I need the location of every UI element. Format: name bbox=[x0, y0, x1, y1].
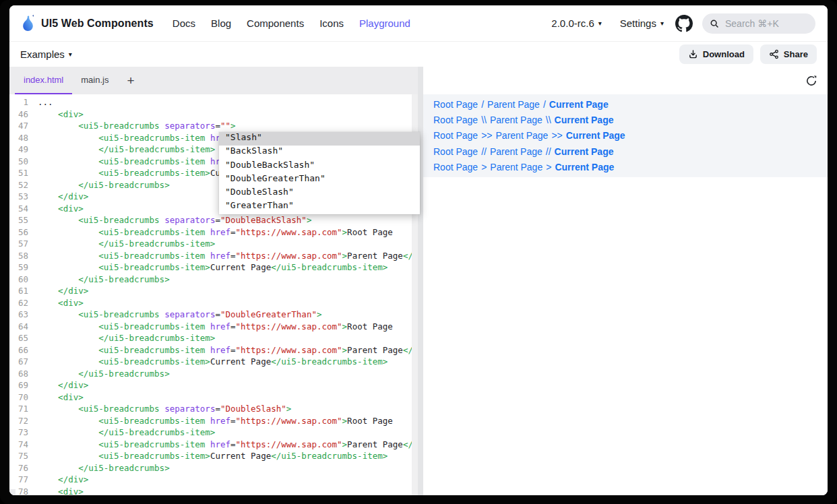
code-line[interactable]: 77 </div> bbox=[9, 474, 418, 486]
brand-title: UI5 Web Components bbox=[41, 18, 154, 30]
autocomplete-option[interactable]: "DoubleSlash" bbox=[219, 187, 420, 200]
line-number: 76 bbox=[9, 463, 28, 473]
line-number: 66 bbox=[9, 345, 28, 355]
preview-panel: Root Page/Parent Page/Current PageRoot P… bbox=[423, 67, 828, 495]
breadcrumb-row: Root Page>>Parent Page>>Current Page bbox=[433, 128, 821, 144]
code-line[interactable]: 61 </div> bbox=[9, 285, 418, 297]
nav-item-docs[interactable]: Docs bbox=[173, 18, 195, 29]
code-line[interactable]: 56 <ui5-breadcrumbs-item href="https://w… bbox=[9, 226, 418, 239]
line-number: 53 bbox=[9, 191, 28, 201]
tab-main-js[interactable]: main.js bbox=[72, 67, 117, 94]
version-label: 2.0.0-rc.6 bbox=[551, 18, 594, 29]
examples-label: Examples bbox=[20, 49, 65, 60]
code-line[interactable]: 73 </ui5-breadcrumbs-item> bbox=[9, 427, 418, 439]
line-number: 72 bbox=[9, 416, 28, 426]
version-dropdown[interactable]: 2.0.0-rc.6 ▾ bbox=[551, 18, 601, 29]
nav-item-components[interactable]: Components bbox=[247, 18, 304, 29]
code-line[interactable]: 1... bbox=[9, 96, 418, 108]
nav-item-icons[interactable]: Icons bbox=[319, 18, 344, 29]
brand-home-link[interactable]: UI5 Web Components bbox=[22, 15, 154, 32]
code-text: <ui5-breadcrumbs separators="DoubleSlash… bbox=[38, 404, 291, 414]
code-line[interactable]: 47 <ui5-breadcrumbs separators=""> bbox=[9, 120, 418, 132]
autocomplete-option[interactable]: "GreaterThan" bbox=[219, 200, 420, 214]
code-text: </ui5-breadcrumbs> bbox=[38, 369, 170, 379]
panel-splitter[interactable] bbox=[418, 67, 423, 495]
code-text: </div> bbox=[38, 191, 88, 201]
tab-label: main.js bbox=[81, 75, 108, 85]
code-line[interactable]: 64 <ui5-breadcrumbs-item href="https://w… bbox=[9, 321, 418, 333]
code-text: <div> bbox=[38, 109, 84, 119]
code-line[interactable]: 78 <div> bbox=[9, 486, 418, 496]
breadcrumb-link[interactable]: Parent Page bbox=[490, 115, 542, 125]
code-text: </ui5-breadcrumbs-item> bbox=[38, 333, 215, 343]
refresh-button[interactable] bbox=[805, 75, 817, 87]
code-text: <div> bbox=[38, 203, 84, 214]
code-text: <ui5-breadcrumbs-item href="https://www.… bbox=[38, 416, 393, 426]
code-line[interactable]: 76 </ui5-breadcrumbs> bbox=[9, 462, 418, 474]
breadcrumb-link[interactable]: Parent Page bbox=[490, 162, 542, 172]
nav-item-playground[interactable]: Playground bbox=[359, 18, 410, 29]
breadcrumb-link[interactable]: Parent Page bbox=[496, 130, 549, 141]
code-line[interactable]: 75 <ui5-breadcrumbs-item>Current Page</u… bbox=[9, 450, 418, 462]
breadcrumb-link[interactable]: Parent Page bbox=[487, 99, 540, 110]
nav-item-blog[interactable]: Blog bbox=[211, 18, 231, 29]
code-text: </ui5-breadcrumbs> bbox=[38, 180, 170, 190]
download-button[interactable]: Download bbox=[679, 44, 753, 64]
code-line[interactable]: 55 <ui5-breadcrumbs separators="DoubleBa… bbox=[9, 214, 418, 226]
tab-label: index.html bbox=[24, 75, 63, 85]
github-link[interactable] bbox=[675, 15, 693, 32]
breadcrumb-link[interactable]: Root Page bbox=[433, 130, 478, 141]
chevron-down-icon: ▾ bbox=[598, 20, 602, 27]
breadcrumb-link[interactable]: Root Page bbox=[433, 146, 478, 157]
breadcrumb-link[interactable]: Parent Page bbox=[490, 146, 542, 157]
code-line[interactable]: 46 <div> bbox=[9, 108, 418, 121]
examples-dropdown[interactable]: Examples ▾ bbox=[20, 49, 72, 60]
code-line[interactable]: 71 <ui5-breadcrumbs separators="DoubleSl… bbox=[9, 403, 418, 415]
breadcrumb-link[interactable]: Root Page bbox=[433, 162, 478, 172]
github-icon bbox=[675, 15, 693, 32]
autocomplete-list: "Slash""BackSlash""DoubleBackSlash""Doub… bbox=[219, 132, 420, 214]
preview-breadcrumbs: Root Page/Parent Page/Current PageRoot P… bbox=[423, 94, 828, 177]
plus-icon: + bbox=[127, 73, 134, 88]
code-line[interactable]: 68 </ui5-breadcrumbs> bbox=[9, 368, 418, 380]
code-text: <ui5-breadcrumbs-item>Current Page</ui5-… bbox=[38, 356, 388, 367]
code-line[interactable]: 59 <ui5-breadcrumbs-item>Current Page</u… bbox=[9, 261, 418, 274]
breadcrumb-row: Root Page//Parent Page//Current Page bbox=[433, 144, 821, 159]
chevron-down-icon: ▾ bbox=[660, 20, 664, 27]
code-line[interactable]: 57 </ui5-breadcrumbs-item> bbox=[9, 238, 418, 250]
tab-index-html[interactable]: index.html bbox=[15, 67, 72, 94]
code-text: </ui5-breadcrumbs-item> bbox=[38, 144, 215, 154]
refresh-icon bbox=[805, 75, 817, 87]
code-line[interactable]: 70 <div> bbox=[9, 391, 418, 404]
code-line[interactable]: 62 <div> bbox=[9, 297, 418, 309]
code-text: <div> bbox=[38, 298, 84, 308]
code-line[interactable]: 66 <ui5-breadcrumbs-item href="https://w… bbox=[9, 344, 418, 356]
code-line[interactable]: 63 <ui5-breadcrumbs separators="DoubleGr… bbox=[9, 309, 418, 321]
code-line[interactable]: 72 <ui5-breadcrumbs-item href="https://w… bbox=[9, 415, 418, 427]
breadcrumb-link[interactable]: Root Page bbox=[433, 115, 478, 125]
line-number: 62 bbox=[9, 298, 28, 308]
code-text: <div> bbox=[38, 486, 84, 495]
code-line[interactable]: 60 </ui5-breadcrumbs> bbox=[9, 274, 418, 286]
search-input[interactable] bbox=[724, 18, 803, 30]
share-button[interactable]: Share bbox=[760, 44, 817, 64]
code-line[interactable]: 67 <ui5-breadcrumbs-item>Current Page</u… bbox=[9, 356, 418, 368]
breadcrumb-link[interactable]: Root Page bbox=[433, 99, 478, 110]
add-tab-button[interactable]: + bbox=[120, 67, 141, 94]
autocomplete-option[interactable]: "DoubleBackSlash" bbox=[219, 160, 420, 173]
code-line[interactable]: 58 <ui5-breadcrumbs-item href="https://w… bbox=[9, 250, 418, 262]
line-number: 71 bbox=[9, 404, 28, 414]
code-text: </ui5-breadcrumbs> bbox=[38, 274, 170, 284]
code-line[interactable]: 74 <ui5-breadcrumbs-item href="https://w… bbox=[9, 439, 418, 451]
line-number: 77 bbox=[9, 474, 28, 484]
autocomplete-option[interactable]: "Slash" bbox=[219, 132, 420, 146]
code-line[interactable]: 65 </ui5-breadcrumbs-item> bbox=[9, 332, 418, 344]
breadcrumb-separator: / bbox=[481, 99, 484, 110]
autocomplete-option[interactable]: "DoubleGreaterThan" bbox=[219, 173, 420, 187]
line-number: 56 bbox=[9, 227, 28, 237]
settings-dropdown[interactable]: Settings ▾ bbox=[620, 18, 664, 29]
code-line[interactable]: 69 </div> bbox=[9, 379, 418, 391]
breadcrumb-row: Root Page>Parent Page>Current Page bbox=[433, 160, 821, 175]
autocomplete-option[interactable]: "BackSlash" bbox=[219, 146, 420, 159]
search-box[interactable] bbox=[702, 13, 815, 34]
